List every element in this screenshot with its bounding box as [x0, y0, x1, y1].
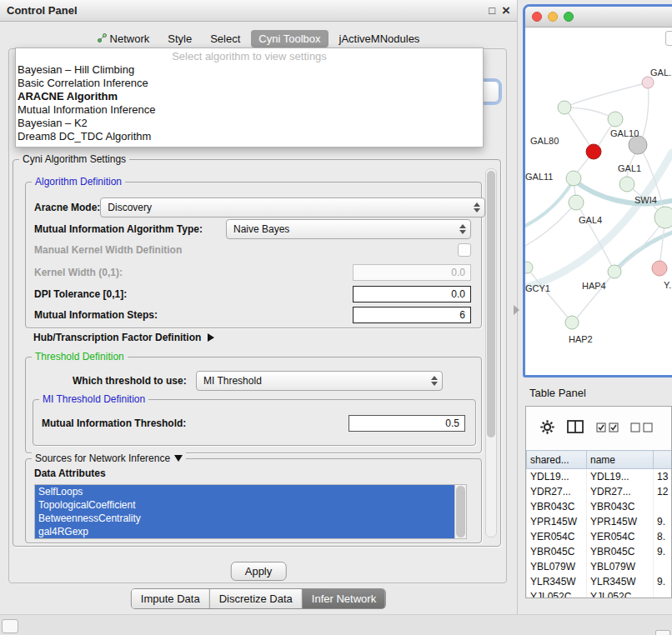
close-window-icon[interactable]: × [502, 3, 510, 18]
table-row[interactable]: YJL052CYJL052C [527, 589, 672, 598]
float-window-icon[interactable]: □ [489, 5, 495, 16]
tab-label: Network [110, 32, 150, 45]
node-label: GAL4 [579, 215, 602, 225]
mi-steps-value: 6 [459, 309, 465, 321]
mi-threshold-label: Mutual Information Threshold: [42, 418, 186, 429]
network-window-titlebar [525, 7, 672, 28]
scrollbar-thumb[interactable] [487, 171, 495, 438]
node-label: GAL80 [530, 136, 559, 146]
dropdown-placeholder: Select algorithm to view settings [16, 50, 483, 63]
network-node-gal[interactable] [642, 77, 654, 88]
minimized-panel-icon[interactable] [2, 619, 18, 633]
table-row[interactable]: YLR345WYLR345W9. [527, 574, 672, 589]
column-header[interactable] [654, 451, 672, 469]
attribute-item-betweennesscentrality[interactable]: BetweennessCentrality [35, 512, 455, 525]
minimized-panel-icon[interactable] [655, 630, 670, 635]
control-panel-titlebar: Control Panel □ × [0, 0, 517, 22]
algorithm-option-dream8-dc-tdc-algorithm[interactable]: Dream8 DC_TDC Algorithm [16, 130, 483, 143]
apply-button[interactable]: Apply [231, 562, 287, 581]
settings-gear-icon[interactable] [539, 419, 555, 438]
tab-jactivemnodules[interactable]: jActiveMNodules [332, 30, 428, 48]
attribute-item-topologicalcoefficient[interactable]: TopologicalCoefficient [35, 498, 455, 512]
network-node-hap4[interactable] [608, 265, 621, 278]
table-row[interactable]: YDR27...YDR27...12 [527, 484, 672, 499]
table-cell [654, 559, 672, 574]
network-node-gcy1[interactable] [525, 262, 533, 273]
sources-title[interactable]: Sources for Network Inference [32, 452, 186, 464]
attributes-scrollbar[interactable] [454, 485, 466, 538]
tab-cyni-toolbox[interactable]: Cyni Toolbox [251, 30, 328, 48]
table-row[interactable]: YPR145WYPR145W9. [527, 514, 672, 529]
settings-group-title: Cyni Algorithm Settings [19, 153, 129, 165]
algorithm-option-bayesian-k2[interactable]: Bayesian – K2 [16, 117, 483, 130]
algorithm-dropdown-popup: Select algorithm to view settings Bayesi… [15, 48, 484, 148]
close-traffic-light-icon[interactable] [532, 12, 542, 22]
network-node-gal80[interactable] [558, 101, 571, 114]
tab-select[interactable]: Select [203, 30, 248, 48]
network-node-hap2[interactable] [565, 316, 579, 329]
table-cell: YBR043C [527, 499, 587, 514]
column-header-name[interactable]: name [587, 451, 654, 469]
hub-definition-expander[interactable]: Hub/Transcription Factor Definition [33, 332, 214, 343]
kernel-width-row: Kernel Width (0,1): 0.0 [34, 262, 471, 282]
tab-impute-data[interactable]: Impute Data [132, 589, 210, 608]
columns-icon[interactable] [567, 420, 584, 438]
table-cell: YBL079W [587, 559, 654, 574]
table-row[interactable]: YDL19...YDL19...13 [527, 469, 672, 485]
which-threshold-label: Which threshold to use: [73, 375, 187, 387]
network-node-gal11[interactable] [566, 171, 581, 186]
table-row[interactable]: YBL079WYBL079W [527, 559, 672, 574]
aracne-mode-row: Aracne Mode: Discovery [34, 198, 471, 218]
aracne-mode-select[interactable]: Discovery [100, 198, 485, 218]
table-panel-window: shared...name YDL19...YDL19...13YDR27...… [525, 406, 672, 598]
mi-steps-field[interactable]: 6 [353, 307, 471, 323]
unselected-checkboxes-icon[interactable] [630, 421, 653, 436]
node-label: GAL11 [525, 172, 553, 182]
network-node[interactable] [608, 112, 623, 127]
tab-discretize-data[interactable]: Discretize Data [210, 589, 303, 608]
canvas-scrollbar-stub[interactable] [665, 31, 672, 46]
manual-kernel-width-checkbox[interactable] [458, 243, 471, 257]
network-node-gal4[interactable] [569, 195, 584, 210]
algorithm-option-aracne-algorithm[interactable]: ARACNE Algorithm [16, 90, 483, 103]
network-node-gal1[interactable] [619, 177, 634, 192]
table-cell: YBL079W [527, 559, 587, 574]
node-label: HAP4 [582, 281, 606, 291]
table-row[interactable]: YBR045CYBR045C9. [527, 544, 672, 559]
table-row[interactable]: YER054CYER054C8. [527, 529, 672, 544]
settings-scrollbar[interactable] [485, 168, 497, 538]
dpi-tolerance-field[interactable]: 0.0 [353, 286, 471, 302]
which-threshold-select[interactable]: MI Threshold [196, 371, 443, 391]
table-cell: 12 [654, 484, 672, 499]
column-header-shared[interactable]: shared... [527, 451, 587, 469]
network-node[interactable] [586, 144, 601, 159]
mi-threshold-field[interactable]: 0.5 [349, 415, 465, 432]
algorithm-definition-group: Algorithm Definition Aracne Mode: Discov… [25, 182, 482, 328]
network-node-gal10[interactable] [629, 136, 647, 154]
algorithm-option-mutual-information-inference[interactable]: Mutual Information Inference [16, 103, 483, 117]
data-attributes-label: Data Attributes [34, 468, 106, 479]
table-row[interactable]: YBR043CYBR043C [527, 499, 672, 514]
mi-threshold-value: 0.5 [445, 418, 459, 429]
tab-style[interactable]: Style [160, 30, 199, 48]
selected-checkboxes-icon[interactable] [596, 421, 619, 436]
cyni-algorithm-settings-group: Cyni Algorithm Settings Algorithm Defini… [13, 159, 501, 547]
network-edge [525, 180, 574, 226]
cyni-mode-tabs: Impute DataDiscretize DataInfer Network [131, 588, 386, 609]
algorithm-option-bayesian-hill-climbing[interactable]: Bayesian – Hill Climbing [16, 63, 483, 77]
mi-algorithm-type-select[interactable]: Naive Bayes [226, 219, 471, 239]
table-cell: YDR27... [587, 484, 654, 499]
tab-infer-network[interactable]: Infer Network [303, 589, 385, 608]
control-panel-window: Control Panel □ × NetworkStyleSelectCyni… [0, 0, 518, 615]
attribute-item-gal4rgexp[interactable]: gal4RGexp [35, 525, 455, 538]
network-graph: GAL...GAL80GAL10GAL1GAL11SWI4GAL4GCY1HAP… [525, 28, 672, 376]
panel-splitter-handle[interactable] [514, 305, 519, 315]
network-canvas[interactable]: GAL...GAL80GAL10GAL1GAL11SWI4GAL4GCY1HAP… [525, 28, 672, 376]
attribute-item-selfloops[interactable]: SelfLoops [35, 485, 455, 498]
algorithm-option-basic-correlation-inference[interactable]: Basic Correlation Inference [16, 77, 483, 90]
network-node-swi4[interactable] [654, 207, 672, 228]
minimize-traffic-light-icon[interactable] [548, 12, 558, 22]
zoom-traffic-light-icon[interactable] [564, 12, 574, 22]
network-node-y[interactable] [652, 261, 667, 276]
tab-network[interactable]: Network [90, 30, 158, 48]
